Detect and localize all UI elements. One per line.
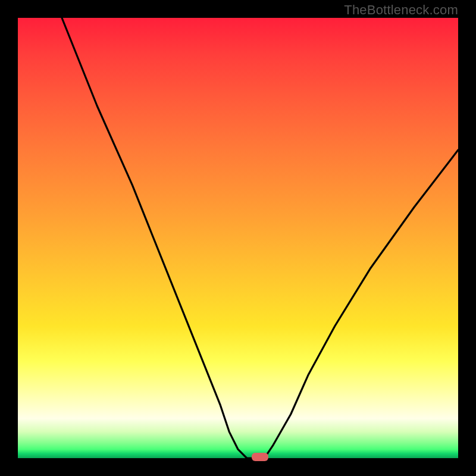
attribution-watermark: TheBottleneck.com bbox=[344, 2, 458, 18]
plot-area bbox=[18, 18, 458, 458]
curve-layer bbox=[18, 18, 458, 458]
optimum-marker bbox=[252, 453, 268, 461]
chart-frame: TheBottleneck.com bbox=[0, 0, 476, 476]
bottleneck-curve bbox=[62, 18, 458, 458]
